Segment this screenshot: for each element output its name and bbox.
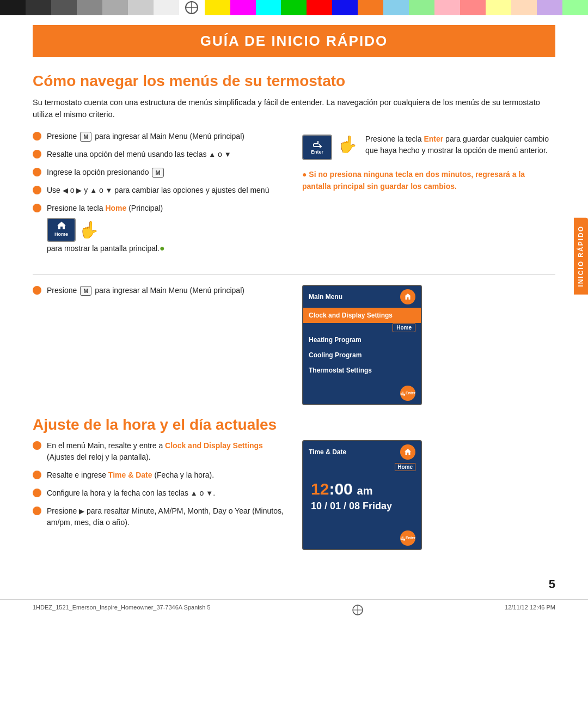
menu-item-cooling: Cooling Program bbox=[303, 347, 421, 363]
color-segment bbox=[0, 0, 26, 15]
home-icon bbox=[404, 293, 412, 300]
svg-marker-5 bbox=[405, 294, 411, 300]
section1-left-col: Presione M para ingresar al Main Menu (M… bbox=[33, 131, 286, 261]
color-segment bbox=[51, 0, 77, 15]
enter-visual-block: Enter 👆 bbox=[302, 135, 358, 160]
bullet-dot bbox=[33, 150, 41, 158]
list-item: Presione M para ingresar al Main Menu (M… bbox=[33, 285, 286, 296]
enter-label-small: Enter bbox=[406, 391, 415, 395]
color-segment bbox=[128, 0, 154, 15]
color-segment bbox=[460, 0, 486, 15]
clock-highlight: Clock and Display Settings bbox=[165, 441, 263, 450]
list-item-content: Presione M para ingresar al Main Menu (M… bbox=[47, 285, 286, 296]
date-display: 10 / 01 / 08 Friday bbox=[311, 501, 413, 512]
bullet-dot bbox=[33, 441, 41, 450]
color-segment bbox=[511, 0, 537, 15]
home-button-label: Home bbox=[54, 231, 68, 239]
banner: GUÍA DE INICIO RÁPIDO bbox=[33, 25, 555, 57]
color-segment bbox=[256, 0, 281, 15]
menu-item-heating: Heating Program bbox=[303, 332, 421, 347]
color-segment bbox=[205, 0, 230, 15]
section2-right-col: Time & Date Home 12:00 am 10 / 01 / 08 F… bbox=[302, 440, 555, 550]
color-segment bbox=[332, 0, 358, 15]
time-screen-enter-button: Enter bbox=[400, 530, 415, 546]
footer-compass-icon bbox=[352, 604, 364, 616]
enter-text-highlight: Enter bbox=[424, 135, 443, 143]
main-menu-screen: Main Menu Clock and Display Settings Hom… bbox=[302, 285, 422, 405]
list-item-content: Presione M para ingresar al Main Menu (M… bbox=[47, 131, 286, 142]
footer: 1HDEZ_1521_Emerson_Inspire_Homeowner_37-… bbox=[0, 599, 588, 620]
list-item: Presione ▶ para resaltar Minute, AM/PM, … bbox=[33, 505, 286, 528]
section-divider bbox=[33, 274, 555, 275]
color-segment bbox=[102, 0, 128, 15]
banner-title: GUÍA DE INICIO RÁPIDO bbox=[44, 33, 544, 50]
color-segment bbox=[434, 0, 460, 15]
arrow-icon: ▶ bbox=[76, 186, 82, 194]
home-button-visual: Home bbox=[47, 218, 76, 242]
list-item-content: Ingrese la opción presionando M bbox=[47, 167, 286, 178]
enter-row: Enter 👆 Presione la tecla Enter para gua… bbox=[302, 133, 555, 160]
arrow-icon: ◀ bbox=[63, 186, 68, 194]
screen-enter-button: Enter bbox=[400, 386, 415, 401]
list-item: Presione M para ingresar al Main Menu (M… bbox=[33, 131, 286, 142]
bullet-dot bbox=[33, 489, 41, 497]
menu-item-clock: Clock and Display Settings bbox=[303, 308, 421, 323]
bullet-dot bbox=[33, 204, 41, 212]
time-screen-footer: Enter bbox=[303, 527, 421, 549]
bullet-dot bbox=[33, 186, 41, 194]
enter-button-visual: Enter bbox=[302, 135, 332, 160]
section1-title: Cómo navegar los menús de su termostato bbox=[33, 72, 555, 90]
list-item-content: En el menú Main, resalte y entre a Clock… bbox=[47, 440, 286, 463]
screen-title: Main Menu bbox=[309, 293, 342, 301]
color-segment bbox=[230, 0, 256, 15]
menu-item-thermostat: Thermostat Settings bbox=[303, 363, 421, 378]
color-segment bbox=[409, 0, 434, 15]
section2-left-col: En el menú Main, resalte y entre a Clock… bbox=[33, 440, 286, 550]
time-hour: 12 bbox=[311, 480, 329, 498]
section1-two-col: Presione M para ingresar al Main Menu (M… bbox=[33, 131, 555, 261]
list-item: Configure la hora y la fecha con las tec… bbox=[33, 487, 286, 499]
list-item: Resalte una opción del menú usando las t… bbox=[33, 149, 286, 160]
time-screen-body: 12:00 am 10 / 01 / 08 Friday bbox=[303, 471, 421, 521]
color-segment bbox=[26, 0, 51, 15]
bullet-dot bbox=[33, 471, 41, 479]
time-screen-header: Time & Date bbox=[303, 441, 421, 463]
color-segment bbox=[358, 0, 383, 15]
list-item: Presione la tecla Home (Principal) Home … bbox=[33, 203, 286, 255]
time-screen-title: Time & Date bbox=[309, 448, 346, 456]
timedate-highlight: Time & Date bbox=[108, 471, 152, 479]
main-content: GUÍA DE INICIO RÁPIDO Cómo navegar los m… bbox=[0, 25, 588, 572]
section1-intro: Su termostato cuenta con una estructura … bbox=[33, 96, 555, 121]
bullet-dot bbox=[33, 132, 41, 141]
m-key-icon: M bbox=[152, 168, 163, 178]
time-colon: : bbox=[329, 480, 334, 498]
enter-icon bbox=[400, 535, 406, 541]
home-text-after: para mostrar la pantalla principal.● bbox=[47, 244, 165, 253]
color-segment bbox=[383, 0, 409, 15]
right-arrow-icon: ▶ bbox=[79, 507, 84, 515]
color-segment bbox=[154, 0, 179, 15]
svg-marker-8 bbox=[405, 449, 411, 455]
list-item: En el menú Main, resalte y entre a Clock… bbox=[33, 440, 286, 463]
color-segment bbox=[307, 0, 332, 15]
enter-label-time: Enter bbox=[406, 536, 415, 540]
arrow-icon: ▼ bbox=[106, 186, 113, 194]
color-segment bbox=[537, 0, 562, 15]
arrow-icon: ▲ bbox=[90, 186, 97, 194]
m-key-icon: M bbox=[80, 132, 91, 142]
arrow-icon: ▼ bbox=[224, 150, 231, 158]
list-item: Resalte e ingrese Time & Date (Fecha y l… bbox=[33, 469, 286, 481]
warning-text: ● Si no presiona ninguna tecla en dos mi… bbox=[302, 169, 555, 192]
color-segment bbox=[281, 0, 307, 15]
enter-description: Presione la tecla Enter para guardar cua… bbox=[365, 133, 555, 156]
m-key-icon: M bbox=[80, 286, 91, 296]
section1-lower-bullets: Presione M para ingresar al Main Menu (M… bbox=[33, 285, 286, 296]
enter-button-label: Enter bbox=[311, 149, 323, 155]
section1-bullet-list: Presione M para ingresar al Main Menu (M… bbox=[33, 131, 286, 255]
list-item-content: Resalte e ingrese Time & Date (Fecha y l… bbox=[47, 469, 286, 481]
color-bar bbox=[0, 0, 588, 15]
section1-menu-screen-col: Main Menu Clock and Display Settings Hom… bbox=[302, 285, 555, 405]
home-highlight: Home bbox=[105, 204, 126, 212]
arrow-icon: ▼ bbox=[206, 489, 213, 497]
compass-segment bbox=[179, 0, 205, 15]
